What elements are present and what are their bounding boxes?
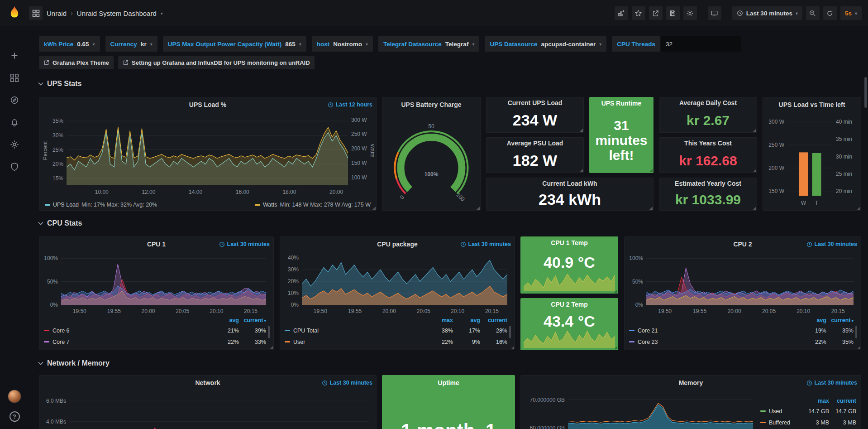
- variable-kwh-price[interactable]: kWh Price0.65▾: [39, 36, 100, 52]
- panel-title-network[interactable]: Network: [195, 379, 220, 386]
- panel-title-daily-cost[interactable]: Average Daily Cost: [679, 99, 737, 106]
- panel-time-override[interactable]: Last 30 minutes: [806, 237, 857, 251]
- legend-col-avg[interactable]: avg: [453, 317, 480, 323]
- legend-row-buffered[interactable]: Buffered3 MB3 MB: [760, 417, 856, 428]
- legend-col-max[interactable]: max: [426, 317, 453, 323]
- panel-title-cpu2-temp[interactable]: CPU 2 Temp: [551, 301, 587, 308]
- panel-title-cpu1[interactable]: CPU 1: [147, 241, 166, 248]
- legend-row-core-23[interactable]: Core 2322%35%: [629, 336, 854, 347]
- share-button[interactable]: [649, 6, 663, 20]
- page-scrollbar[interactable]: [864, 26, 868, 429]
- svg-text:20:05: 20:05: [417, 308, 430, 314]
- panel-title-current-ups-load[interactable]: Current UPS Load: [508, 99, 563, 106]
- legend-col-current[interactable]: current▾: [826, 317, 854, 323]
- section-cpu-stats[interactable]: CPU Stats: [38, 219, 82, 227]
- panel-title-ups-vs-time[interactable]: UPS Load vs Time left: [779, 101, 845, 108]
- section-network-memory[interactable]: Network / Memory: [38, 359, 110, 367]
- save-button[interactable]: [666, 6, 680, 20]
- variable-label: host: [317, 41, 330, 48]
- dashboard-link[interactable]: Setting up Grafana and InfluxDB for UPS …: [118, 56, 315, 69]
- legend-col-avg[interactable]: avg: [212, 317, 239, 323]
- panel-title-cpu-package[interactable]: CPU package: [377, 241, 417, 248]
- legend-scrollbar[interactable]: [509, 326, 511, 338]
- variable-ups-datasource[interactable]: UPS Datasourceapcupsd-container▾: [485, 36, 606, 52]
- explore-compass-icon[interactable]: [10, 95, 19, 105]
- legend-col-current[interactable]: current: [480, 317, 507, 323]
- legend-row-core-6[interactable]: Core 621%39%: [44, 325, 266, 336]
- panel-time-override[interactable]: Last 30 minutes: [322, 376, 372, 390]
- legend-value: 17%: [453, 328, 480, 334]
- panel-title-ups-load[interactable]: UPS Load %: [189, 101, 226, 108]
- legend-col-current[interactable]: current▾: [239, 317, 266, 323]
- variable-cpu-threads[interactable]: CPU Threads32: [612, 36, 741, 52]
- panel-title-uptime[interactable]: Uptime: [438, 379, 459, 386]
- variable-value[interactable]: apcupsd-container: [541, 41, 596, 48]
- variable-value[interactable]: kr: [141, 41, 147, 48]
- dashboards-grid-icon[interactable]: [29, 6, 43, 20]
- panel-title-battery[interactable]: UPS Battery Charge: [401, 101, 461, 108]
- panel-title-ups-runtime[interactable]: UPS Runtime: [601, 100, 642, 107]
- configuration-gear-icon[interactable]: [10, 140, 19, 149]
- dashboard-settings-button[interactable]: [683, 6, 697, 20]
- panel-network: Network Last 30 minutes 2.0 MBs4.0 MBs6.…: [39, 375, 377, 429]
- panel-title-estimated-cost[interactable]: Estimated Yearly Cost: [675, 180, 741, 187]
- panel-time-override[interactable]: Last 12 hours: [328, 97, 372, 112]
- dashboards-icon[interactable]: [10, 73, 19, 83]
- legend-value: 22%: [426, 339, 453, 345]
- variable-telegraf-datasource[interactable]: Telegraf DatasourceTelegraf▾: [378, 36, 479, 52]
- legend-item-watts[interactable]: Watts Min: 148 W Max: 278 W Avg: 175 W: [255, 202, 371, 208]
- breadcrumb-title[interactable]: Unraid System Dashboard: [77, 10, 157, 17]
- panel-time-override[interactable]: Last 30 minutes: [219, 237, 270, 251]
- legend-col-max[interactable]: max: [802, 398, 829, 404]
- time-range-picker[interactable]: Last 30 minutes ▾: [732, 6, 802, 20]
- variable-currency[interactable]: Currencykr▾: [105, 36, 157, 52]
- legend-row-core-7[interactable]: Core 722%33%: [44, 336, 266, 347]
- svg-text:100%: 100%: [629, 255, 643, 261]
- panel-memory: Memory Last 30 minutes 50.000000 GB60.00…: [520, 375, 861, 429]
- help-icon[interactable]: ?: [10, 411, 20, 422]
- star-button[interactable]: [632, 6, 645, 20]
- legend-row-cpu-total[interactable]: CPU Total38%17%28%: [285, 325, 507, 336]
- legend-row-user[interactable]: User22%9%16%: [285, 336, 507, 347]
- scrollbar-thumb[interactable]: [864, 77, 867, 108]
- grafana-logo[interactable]: [0, 4, 29, 22]
- panel-time-override[interactable]: Last 30 minutes: [806, 376, 857, 390]
- create-plus-icon[interactable]: [10, 51, 19, 61]
- panel-title-cpu2[interactable]: CPU 2: [733, 241, 752, 248]
- variable-value[interactable]: 865: [285, 41, 296, 48]
- zoom-out-button[interactable]: [806, 6, 820, 20]
- svg-text:4.0 MBs: 4.0 MBs: [46, 419, 66, 425]
- variable-value[interactable]: Telegraf: [445, 41, 469, 48]
- section-ups-stats[interactable]: UPS Stats: [38, 80, 81, 88]
- panel-title-memory[interactable]: Memory: [679, 379, 703, 386]
- panel-title-years-cost[interactable]: This Years Cost: [684, 140, 732, 147]
- variable-ups-max-output-power-capacity-watt[interactable]: UPS Max Output Power Capacity (Watt)865▾: [163, 36, 306, 52]
- legend-item-ups-load[interactable]: UPS Load Min: 17% Max: 32% Avg: 20%: [45, 202, 157, 208]
- refresh-interval-picker[interactable]: 5s ▾: [840, 6, 862, 20]
- variable-value[interactable]: 0.65: [77, 41, 89, 48]
- breadcrumb-app[interactable]: Unraid: [47, 10, 67, 17]
- add-panel-button[interactable]: [615, 6, 628, 20]
- legend-row-core-21[interactable]: Core 2119%35%: [629, 325, 854, 336]
- clock-icon: [737, 10, 743, 16]
- panel-time-override[interactable]: Last 30 minutes: [460, 237, 511, 251]
- title-caret-icon[interactable]: ▾: [161, 11, 163, 16]
- legend-col-avg[interactable]: avg: [799, 317, 826, 323]
- variable-value[interactable]: Nostromo: [333, 41, 362, 48]
- refresh-button[interactable]: [823, 6, 837, 20]
- legend-row-used[interactable]: Used14.7 GB14.7 GB: [760, 405, 856, 417]
- variable-host[interactable]: hostNostromo▾: [312, 36, 373, 52]
- alerting-bell-icon[interactable]: [10, 117, 19, 127]
- legend-scrollbar[interactable]: [855, 326, 857, 338]
- svg-text:0: 0: [399, 194, 405, 201]
- legend-scrollbar[interactable]: [268, 326, 270, 338]
- panel-title-load-kwh[interactable]: Current Load kWh: [542, 180, 597, 187]
- panel-title-cpu1-temp[interactable]: CPU 1 Temp: [551, 239, 587, 246]
- variable-input[interactable]: 32: [661, 36, 741, 52]
- cycle-view-button[interactable]: [708, 6, 721, 20]
- legend-col-current[interactable]: current: [829, 398, 856, 404]
- admin-shield-icon[interactable]: [10, 162, 19, 172]
- user-avatar[interactable]: [8, 390, 21, 403]
- dashboard-link[interactable]: Grafana Plex Theme: [39, 56, 114, 69]
- panel-title-average-psu-load[interactable]: Average PSU Load: [507, 140, 563, 147]
